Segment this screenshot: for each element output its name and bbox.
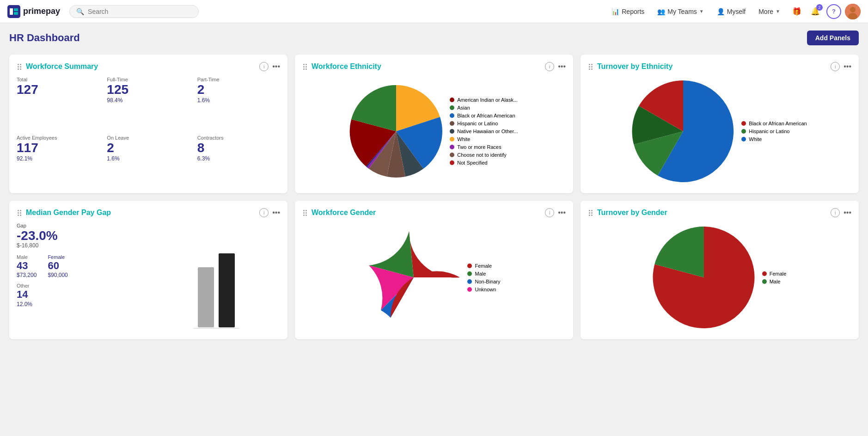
nav-reports[interactable]: 📊 Reports (606, 5, 650, 18)
panel-title-workforce-gender: Workforce Gender (312, 209, 541, 217)
drag-handle-workforce-gender[interactable] (302, 209, 308, 217)
stat-parttime: Part-Time 2 1.6% (197, 77, 280, 128)
person-icon: 👤 (717, 8, 725, 15)
panel-actions-ethnicity: i ••• (545, 62, 566, 71)
page-title: HR Dashboard (9, 32, 80, 44)
panel-header-workforce-summary: Workforce Summary i ••• (17, 62, 280, 71)
reports-icon: 📊 (611, 8, 619, 15)
logo[interactable]: primepay (7, 5, 60, 18)
panel-title-workforce-summary: Workforce Summary (26, 62, 256, 71)
legend-dot (467, 279, 472, 284)
stat-other: Other 14 12.0% (17, 283, 145, 307)
myself-label: Myself (727, 8, 746, 15)
legend-item-two-races: Two or more Races (450, 144, 518, 150)
help-button[interactable]: ? (826, 4, 841, 19)
svg-rect-0 (7, 5, 20, 18)
legend-item-unknown-gender: Unknown (467, 287, 500, 292)
info-icon-pay-gap[interactable]: i (259, 208, 269, 217)
info-icon-turnover-ethnicity[interactable]: i (831, 62, 840, 71)
notifications-badge: 2 (816, 4, 823, 11)
legend-dot (450, 121, 454, 126)
nav-my-teams[interactable]: 👥 My Teams ▼ (652, 5, 709, 18)
add-panels-button[interactable]: Add Panels (807, 31, 859, 45)
info-icon-workforce-gender[interactable]: i (545, 208, 554, 217)
svg-rect-2 (14, 8, 18, 11)
nav-myself[interactable]: 👤 Myself (711, 5, 751, 18)
more-label: More (758, 8, 773, 15)
legend-item-white: White (450, 136, 518, 142)
legend-item-hispanic: Hispanic or Latino (450, 121, 518, 126)
notifications-button[interactable]: 🔔 2 (808, 4, 823, 19)
legend-item-nonbinary-gender: Non-Binary (467, 279, 500, 284)
info-icon[interactable]: i (259, 62, 269, 71)
turnover-gender-legend: Female Male (762, 271, 787, 284)
panel-title-turnover-ethnicity: Turnover by Ethnicity (597, 62, 827, 71)
legend-dot (450, 129, 454, 134)
panel-more-icon-turnover-gender[interactable]: ••• (844, 209, 851, 217)
search-input[interactable] (88, 8, 180, 15)
nav-more[interactable]: More ▼ (753, 5, 786, 18)
drag-handle-turnover-ethnicity[interactable] (588, 63, 593, 71)
stat-onleave: On Leave 2 1.6% (107, 135, 189, 186)
svg-point-5 (850, 7, 856, 12)
ethnicity-pie-chart (350, 85, 442, 178)
pay-stat-row-male-female: Male 43 $73,200 Female 60 $90,000 (17, 254, 145, 278)
legend-item-white-turnover: White (741, 136, 807, 142)
panel-actions-turnover-ethnicity: i ••• (831, 62, 851, 71)
legend-item-black: Black or African American (450, 113, 518, 118)
panel-title-turnover-gender: Turnover by Gender (597, 209, 827, 217)
legend-item-asian: Asian (450, 105, 518, 111)
dashboard-grid: Workforce Summary i ••• Total 127 Full-T… (9, 55, 859, 339)
my-teams-label: My Teams (667, 8, 697, 15)
pay-gap-content: Gap -23.0% $-16,800 Male 43 $73,200 Fema… (17, 223, 280, 332)
drag-handle-ethnicity[interactable] (302, 63, 308, 71)
legend-dot (450, 105, 454, 110)
search-icon: 🔍 (76, 8, 84, 15)
legend-dot (450, 98, 454, 102)
panel-actions: i ••• (259, 62, 280, 71)
search-box[interactable]: 🔍 (69, 5, 199, 18)
workforce-summary-stats: Total 127 Full-Time 125 98.4% Part-Time … (17, 77, 280, 186)
drag-handle-turnover-gender[interactable] (588, 209, 593, 217)
turnover-ethnicity-chart-area: Black or African American Hispanic or La… (588, 77, 851, 186)
logo-text: primepay (23, 6, 60, 16)
legend-dot (450, 160, 454, 165)
legend-dot (450, 113, 454, 118)
stat-contractors: Contractors 8 6.3% (197, 135, 280, 186)
my-teams-icon: 👥 (657, 8, 665, 15)
panel-more-icon-ethnicity[interactable]: ••• (558, 62, 566, 71)
pay-gap-bar-chart (152, 223, 280, 332)
drag-handle[interactable] (17, 63, 22, 71)
panel-more-icon-turnover-ethnicity[interactable]: ••• (844, 62, 851, 71)
panel-more-icon-workforce-gender[interactable]: ••• (558, 209, 566, 217)
panel-workforce-summary: Workforce Summary i ••• Total 127 Full-T… (9, 55, 287, 193)
svg-rect-7 (198, 267, 214, 327)
panel-workforce-ethnicity: Workforce Ethnicity i ••• (295, 55, 573, 193)
legend-dot (741, 129, 746, 134)
stat-total: Total 127 (17, 77, 99, 128)
turnover-gender-pie (653, 227, 755, 328)
panel-more-icon[interactable]: ••• (272, 62, 280, 71)
drag-handle-pay-gap[interactable] (17, 209, 22, 217)
panel-header-turnover-ethnicity: Turnover by Ethnicity i ••• (588, 62, 851, 71)
stat-fulltime: Full-Time 125 98.4% (107, 77, 189, 128)
legend-dot (741, 137, 746, 141)
legend-dot (450, 137, 454, 141)
panel-more-icon-pay-gap[interactable]: ••• (272, 209, 280, 217)
info-icon-turnover-gender[interactable]: i (831, 208, 840, 217)
svg-rect-3 (14, 12, 18, 15)
gift-button[interactable]: 🎁 (789, 4, 804, 19)
avatar[interactable] (845, 4, 861, 19)
info-icon-ethnicity[interactable]: i (545, 62, 554, 71)
stat-male: Male 43 $73,200 (17, 254, 37, 278)
legend-item-male-turnover: Male (762, 279, 787, 284)
logo-icon (7, 5, 20, 18)
panel-workforce-gender: Workforce Gender i ••• (295, 201, 573, 339)
ethnicity-legend: American Indian or Alask... Asian Black … (450, 97, 518, 166)
pay-gap-bar-svg (189, 249, 244, 332)
panel-header-ethnicity: Workforce Ethnicity i ••• (302, 62, 566, 71)
legend-item-male-gender: Male (467, 271, 500, 276)
more-chevron-icon: ▼ (776, 9, 780, 14)
panel-turnover-ethnicity: Turnover by Ethnicity i ••• (581, 55, 859, 193)
panel-actions-pay-gap: i ••• (259, 208, 280, 217)
